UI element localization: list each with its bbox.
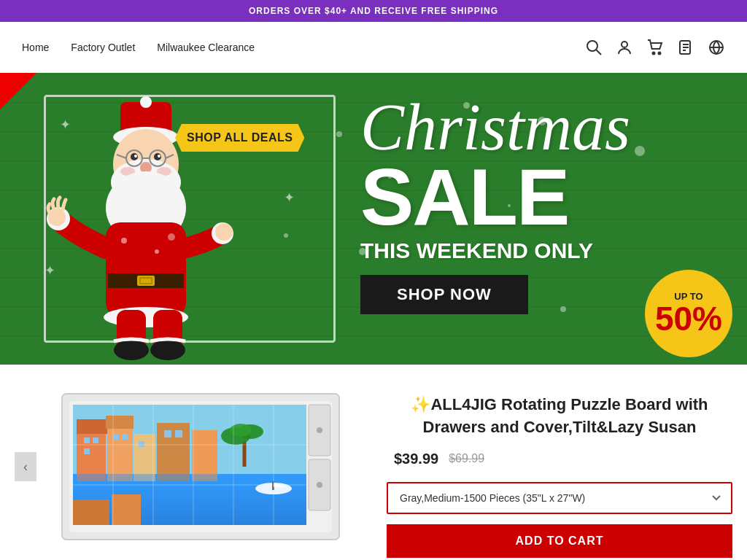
svg-line-1 bbox=[597, 50, 602, 55]
svg-rect-56 bbox=[192, 430, 217, 481]
nav-factory-outlet[interactable]: Factory Outlet bbox=[71, 42, 135, 53]
svg-point-18 bbox=[134, 155, 137, 158]
svg-point-13 bbox=[140, 96, 152, 108]
svg-rect-72 bbox=[73, 499, 109, 525]
svg-point-19 bbox=[158, 155, 160, 158]
svg-rect-52 bbox=[107, 427, 133, 481]
svg-point-35 bbox=[48, 209, 66, 226]
product-title: ✨ALL4JIG Rotating Puzzle Board with Draw… bbox=[387, 394, 732, 439]
product-section: ‹ bbox=[0, 365, 747, 560]
svg-point-84 bbox=[317, 482, 322, 488]
account-icon[interactable] bbox=[616, 39, 633, 56]
christmas-label: Christmas bbox=[360, 95, 725, 160]
svg-rect-59 bbox=[84, 448, 90, 454]
svg-point-2 bbox=[622, 42, 627, 47]
product-image bbox=[55, 386, 347, 547]
top-banner-text: ORDERS OVER $40+ AND RECEIVE FREE SHIPPI… bbox=[249, 6, 498, 16]
svg-rect-55 bbox=[157, 423, 190, 481]
product-image-area: ‹ bbox=[15, 386, 365, 547]
nav-milwaukee-clearance[interactable]: Milwaukee Clearance bbox=[157, 42, 255, 53]
svg-rect-50 bbox=[77, 430, 106, 481]
svg-rect-73 bbox=[112, 494, 141, 525]
weekend-label: THIS WEEKEND ONLY bbox=[360, 238, 725, 263]
original-price: $69.99 bbox=[449, 452, 484, 465]
svg-rect-51 bbox=[77, 419, 109, 434]
star-decoration-3: ✦ bbox=[284, 190, 295, 206]
svg-rect-53 bbox=[106, 416, 133, 429]
svg-point-42 bbox=[121, 238, 127, 244]
upto-badge: UP TO 50% bbox=[645, 270, 732, 357]
shop-all-deals-badge[interactable]: SHOP ALL DEALS bbox=[175, 124, 304, 152]
svg-rect-60 bbox=[113, 434, 119, 440]
svg-point-83 bbox=[317, 427, 322, 433]
svg-rect-62 bbox=[139, 441, 144, 447]
svg-point-44 bbox=[168, 233, 175, 241]
sale-label: SALE bbox=[360, 160, 725, 233]
product-details: ✨ALL4JIG Rotating Puzzle Board with Draw… bbox=[387, 386, 732, 560]
prev-image-button[interactable]: ‹ bbox=[15, 452, 36, 481]
svg-point-41 bbox=[150, 340, 185, 360]
svg-point-3 bbox=[653, 52, 655, 54]
upto-percent: 50% bbox=[655, 302, 722, 335]
svg-rect-63 bbox=[164, 430, 171, 438]
top-banner: ORDERS OVER $40+ AND RECEIVE FREE SHIPPI… bbox=[0, 0, 747, 22]
current-price: $39.99 bbox=[394, 451, 438, 467]
shop-now-button[interactable]: SHOP NOW bbox=[360, 275, 528, 314]
svg-point-43 bbox=[155, 249, 159, 254]
cart-icon[interactable] bbox=[646, 39, 664, 56]
svg-point-40 bbox=[114, 340, 149, 360]
svg-rect-61 bbox=[122, 434, 128, 440]
svg-point-4 bbox=[659, 52, 661, 54]
header: Home Factory Outlet Milwaukee Clearance bbox=[0, 22, 747, 73]
svg-point-37 bbox=[215, 223, 233, 241]
hero-banner: ✦ ✦ ✦ ✦ ✦ bbox=[0, 73, 747, 365]
svg-point-0 bbox=[587, 41, 597, 51]
orders-icon[interactable] bbox=[677, 39, 694, 56]
variant-select[interactable]: Gray,Medium-1500 Pieces (35"L x 27"W) Br… bbox=[387, 482, 732, 514]
search-icon[interactable] bbox=[585, 39, 603, 56]
svg-rect-64 bbox=[175, 430, 182, 438]
nav-home[interactable]: Home bbox=[22, 42, 49, 53]
add-to-cart-button[interactable]: Add TO CART bbox=[387, 524, 732, 558]
svg-rect-57 bbox=[84, 438, 90, 443]
header-icons bbox=[585, 39, 725, 56]
svg-rect-58 bbox=[93, 438, 98, 443]
globe-icon[interactable] bbox=[708, 39, 725, 56]
main-nav: Home Factory Outlet Milwaukee Clearance bbox=[22, 42, 255, 53]
price-row: $39.99 $69.99 bbox=[387, 451, 732, 467]
